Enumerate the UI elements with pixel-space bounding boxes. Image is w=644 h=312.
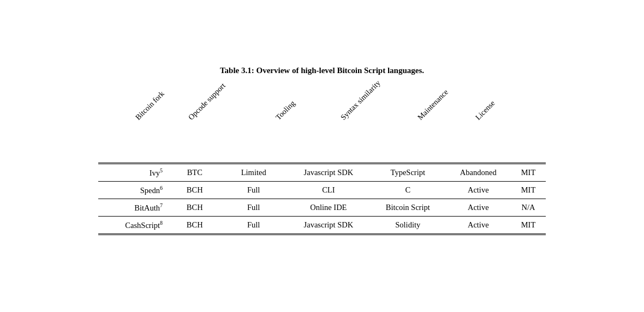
row-maintenance-cell: Active [446, 182, 511, 199]
row-syntax-similarity-cell: Solidity [370, 216, 446, 234]
table-row: BitAuth7BCHFullOnline IDEBitcoin ScriptA… [98, 199, 546, 217]
table-wrapper: Table 3.1: Overview of high-level Bitcoi… [76, 55, 568, 256]
row-license-cell: MIT [511, 164, 546, 182]
row-opcode-support-cell: Full [220, 199, 287, 217]
row-license-cell: MIT [511, 216, 546, 234]
row-opcode-support-cell: Limited [220, 164, 287, 182]
row-maintenance-cell: Abandoned [446, 164, 511, 182]
row-bitcoin-fork-cell: BCH [169, 182, 220, 199]
table-row: Spedn6BCHFullCLICActiveMIT [98, 182, 546, 199]
table-row: CashScript8BCHFullJavascript SDKSolidity… [98, 216, 546, 234]
table-row: Ivy5BTCLimitedJavascript SDKTypeScriptAb… [98, 164, 546, 182]
table-body: Ivy5BTCLimitedJavascript SDKTypeScriptAb… [98, 164, 546, 234]
row-name-cell: Ivy5 [98, 164, 169, 182]
row-name-cell: CashScript8 [98, 216, 169, 234]
row-bitcoin-fork-cell: BCH [169, 216, 220, 234]
row-maintenance-cell: Active [446, 216, 511, 234]
row-syntax-similarity-cell: Bitcoin Script [370, 199, 446, 217]
row-bitcoin-fork-cell: BCH [169, 199, 220, 217]
row-opcode-support-cell: Full [220, 182, 287, 199]
page-container: Table 3.1: Overview of high-level Bitcoi… [0, 0, 644, 312]
table-caption: Table 3.1: Overview of high-level Bitcoi… [98, 66, 546, 75]
row-tooling-cell: Javascript SDK [287, 216, 370, 234]
license-header: License [511, 92, 546, 164]
row-tooling-cell: CLI [287, 182, 370, 199]
row-bitcoin-fork-cell: BTC [169, 164, 220, 182]
row-name-cell: Spedn6 [98, 182, 169, 199]
row-name-cell: BitAuth7 [98, 199, 169, 217]
main-table: Bitcoin fork Opcode support Tooling [98, 92, 546, 235]
opcode-support-header: Opcode support [220, 92, 287, 164]
row-license-cell: MIT [511, 182, 546, 199]
row-syntax-similarity-cell: TypeScript [370, 164, 446, 182]
row-tooling-cell: Online IDE [287, 199, 370, 217]
row-license-cell: N/A [511, 199, 546, 217]
row-maintenance-cell: Active [446, 199, 511, 217]
row-syntax-similarity-cell: C [370, 182, 446, 199]
header-row: Bitcoin fork Opcode support Tooling [98, 92, 546, 164]
row-tooling-cell: Javascript SDK [287, 164, 370, 182]
row-opcode-support-cell: Full [220, 216, 287, 234]
